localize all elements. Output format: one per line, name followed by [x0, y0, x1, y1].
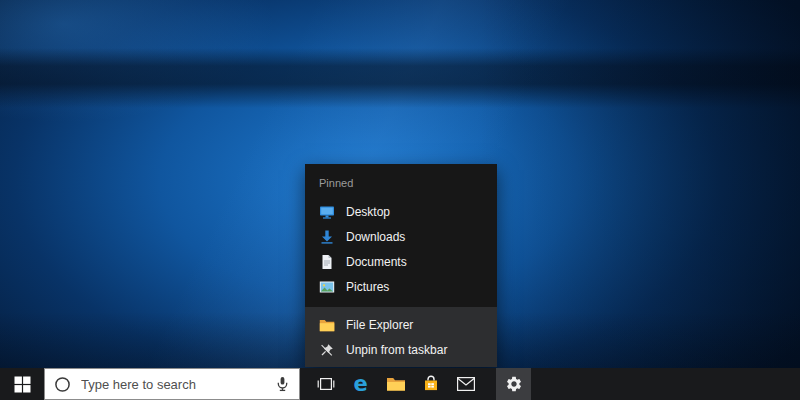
store-bag-icon: [422, 375, 440, 393]
jumplist-item-label: Desktop: [346, 205, 390, 219]
microphone-icon[interactable]: [275, 376, 290, 392]
jumplist-item-label: Downloads: [346, 230, 405, 244]
jumplist-item-downloads[interactable]: Downloads: [305, 224, 497, 249]
documents-icon: [319, 254, 335, 270]
jumplist-actions-section: File Explorer Unpin from taskbar: [305, 307, 497, 367]
task-view-icon: [317, 375, 335, 393]
unpin-icon: [319, 342, 335, 358]
jumplist-item-documents[interactable]: Documents: [305, 249, 497, 274]
search-box[interactable]: [44, 368, 300, 400]
jumplist-header: Pinned: [305, 168, 497, 199]
file-explorer-icon: [319, 317, 335, 333]
edge-icon: e: [353, 368, 367, 400]
search-circle-icon: [54, 376, 71, 393]
jumplist-item-label: File Explorer: [346, 318, 413, 332]
folder-icon: [386, 374, 406, 394]
jumplist-item-desktop[interactable]: Desktop: [305, 199, 497, 224]
search-input[interactable]: [79, 376, 267, 393]
file-explorer-button[interactable]: [378, 368, 413, 400]
windows-logo-icon: [14, 376, 31, 393]
settings-button[interactable]: [496, 368, 531, 400]
task-view-button[interactable]: [308, 368, 343, 400]
mail-icon: [457, 377, 475, 391]
pictures-icon: [319, 279, 335, 295]
edge-button[interactable]: e: [343, 368, 378, 400]
jumplist-item-label: Unpin from taskbar: [346, 343, 447, 357]
jumplist-item-file-explorer[interactable]: File Explorer: [305, 312, 497, 337]
jumplist-item-label: Pictures: [346, 280, 389, 294]
downloads-icon: [319, 229, 335, 245]
jumplist-item-pictures[interactable]: Pictures: [305, 274, 497, 299]
gear-icon: [505, 375, 523, 393]
store-button[interactable]: [413, 368, 448, 400]
start-button[interactable]: [0, 368, 44, 400]
jumplist-pinned-section: Pinned Desktop: [305, 164, 497, 307]
jumplist-item-unpin[interactable]: Unpin from taskbar: [305, 337, 497, 362]
desktop-icon: [319, 204, 335, 220]
file-explorer-jumplist: Pinned Desktop: [305, 164, 497, 367]
jumplist-item-label: Documents: [346, 255, 407, 269]
desktop-wallpaper: Pinned Desktop: [0, 0, 800, 400]
mail-button[interactable]: [448, 368, 483, 400]
taskbar: e: [0, 368, 800, 400]
